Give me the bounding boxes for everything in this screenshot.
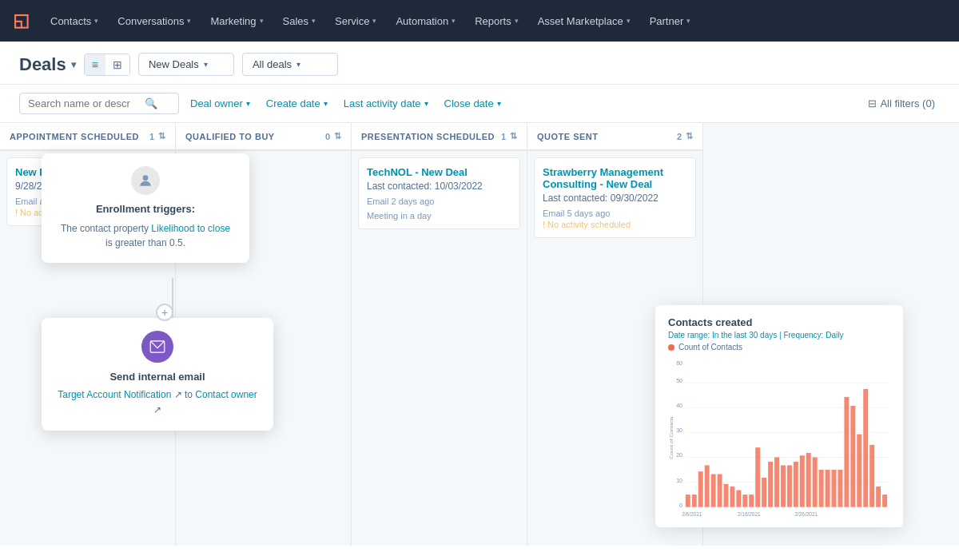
deal-card-3: Strawberry Management Consulting - New D…	[534, 157, 696, 238]
asset-chevron-icon: ▾	[627, 17, 631, 25]
sort-icon-4: ⇅	[686, 131, 694, 141]
svg-text:2/26/2021: 2/26/2021	[794, 510, 818, 516]
svg-rect-39	[838, 470, 842, 507]
svg-text:50: 50	[676, 377, 682, 384]
svg-rect-35	[813, 457, 818, 506]
chart-meta: Date range: In the last 30 days | Freque…	[668, 331, 890, 340]
nav-marketing[interactable]: Marketing ▾	[202, 10, 271, 32]
deals-dropdown-icon: ▾	[71, 59, 76, 70]
sort-icon-2: ⇅	[334, 131, 342, 141]
chart-area: 0 10 20 30 40 50 60	[668, 358, 890, 518]
svg-text:2/6/2021: 2/6/2021	[682, 510, 702, 516]
sort-icon: ⇅	[158, 131, 166, 141]
column-title-presentation: PRESENTATION SCHEDULED	[361, 132, 495, 141]
legend-dot	[668, 344, 674, 351]
chart-svg: 0 10 20 30 40 50 60	[668, 358, 890, 518]
list-view-button[interactable]: ≡	[85, 54, 105, 75]
search-box[interactable]: 🔍	[19, 93, 179, 114]
all-filters-button[interactable]: ⊟ All filters (0)	[863, 94, 940, 113]
svg-rect-23	[736, 490, 741, 507]
column-count-presentation: 1 ⇅	[501, 131, 517, 141]
hubspot-logo: ◱	[13, 10, 30, 31]
deal-owner-filter[interactable]: Deal owner ▾	[185, 94, 255, 113]
svg-rect-15	[686, 494, 690, 507]
chart-title: Contacts created	[668, 316, 890, 328]
deals-title[interactable]: Deals ▾	[19, 54, 76, 75]
svg-rect-28	[768, 462, 773, 507]
svg-rect-25	[749, 494, 754, 507]
svg-rect-43	[863, 389, 868, 507]
svg-text:2/16/2021: 2/16/2021	[738, 510, 761, 516]
add-step-button[interactable]: +	[156, 304, 173, 321]
conversations-chevron-icon: ▾	[187, 17, 191, 25]
chart-legend: Count of Contacts	[668, 343, 890, 351]
svg-rect-31	[787, 465, 792, 506]
nav-sales[interactable]: Sales ▾	[275, 10, 324, 32]
view-toggle: ≡ ⊞	[84, 54, 130, 76]
nav-partner[interactable]: Partner ▾	[642, 10, 699, 32]
svg-text:Count of Contacts: Count of Contacts	[668, 416, 674, 459]
create-date-filter[interactable]: Create date ▾	[261, 94, 332, 113]
contact-owner-link[interactable]: Contact owner	[195, 389, 257, 400]
column-count-quote: 2 ⇅	[677, 131, 693, 141]
likelihood-link[interactable]: Likelihood to close	[151, 223, 230, 234]
last-activity-filter[interactable]: Last activity date ▾	[339, 94, 433, 113]
svg-rect-16	[692, 494, 697, 507]
svg-rect-19	[711, 475, 716, 507]
column-title-scheduled: APPOINTMENT SCHEDULED	[10, 132, 139, 141]
close-date-caret-icon: ▾	[497, 99, 501, 108]
external-link-icon-1: ↗	[174, 389, 182, 400]
deal-activity-2b: Meeting in a day	[367, 211, 511, 220]
nav-contacts[interactable]: Contacts ▾	[42, 10, 106, 32]
svg-rect-33	[800, 455, 805, 506]
grid-view-button[interactable]: ⊞	[105, 54, 129, 75]
sort-icon-3: ⇅	[510, 131, 518, 141]
svg-rect-37	[826, 470, 830, 507]
column-count-qualified: 0 ⇅	[325, 131, 341, 141]
column-title-qualified: QUALIFIED TO BUY	[185, 132, 275, 141]
search-input[interactable]	[28, 97, 140, 109]
svg-rect-27	[762, 478, 766, 507]
svg-text:0: 0	[679, 501, 682, 508]
svg-text:20: 20	[676, 451, 682, 459]
svg-rect-26	[755, 447, 760, 506]
svg-rect-42	[857, 435, 862, 507]
svg-point-0	[143, 175, 149, 181]
external-link-icon-2: ↗	[153, 404, 161, 415]
enrollment-title: Enrollment triggers:	[56, 203, 235, 215]
svg-rect-21	[724, 484, 729, 507]
email-card-title: Send internal email	[56, 371, 259, 383]
last-activity-caret-icon: ▾	[424, 99, 428, 108]
nav-service[interactable]: Service ▾	[327, 10, 384, 32]
column-header-quote: QUOTE SENT 2 ⇅	[527, 123, 702, 151]
svg-rect-46	[882, 494, 887, 507]
column-header-scheduled: APPOINTMENT SCHEDULED 1 ⇅	[0, 123, 175, 151]
sales-chevron-icon: ▾	[312, 17, 316, 25]
legend-label: Count of Contacts	[678, 343, 742, 351]
deal-name-2[interactable]: TechNOL - New Deal	[367, 166, 511, 178]
deal-owner-caret-icon: ▾	[246, 99, 250, 108]
close-date-filter[interactable]: Close date ▾	[440, 94, 506, 113]
email-card-text: Target Account Notification ↗ to Contact…	[56, 387, 259, 418]
enrollment-text: The contact property Likelihood to close…	[56, 221, 235, 250]
pipeline-dropdown[interactable]: New Deals ▾	[138, 53, 234, 76]
deal-warning-3: ! No activity scheduled	[543, 220, 687, 229]
column-presentation: PRESENTATION SCHEDULED 1 ⇅ TechNOL - New…	[352, 123, 527, 546]
svg-rect-44	[869, 445, 874, 507]
svg-text:10: 10	[676, 476, 682, 483]
nav-reports[interactable]: Reports ▾	[467, 10, 527, 32]
svg-rect-18	[705, 465, 710, 506]
nav-conversations[interactable]: Conversations ▾	[109, 10, 199, 32]
target-account-link[interactable]: Target Account Notification	[58, 389, 171, 400]
deal-name-3[interactable]: Strawberry Management Consulting - New D…	[543, 166, 687, 190]
column-header-presentation: PRESENTATION SCHEDULED 1 ⇅	[352, 123, 527, 151]
filter-dropdown[interactable]: All deals ▾	[242, 53, 338, 76]
nav-asset-marketplace[interactable]: Asset Marketplace ▾	[530, 10, 639, 32]
svg-rect-29	[774, 457, 779, 506]
deal-activity-2: Email 2 days ago	[367, 197, 511, 206]
deal-card-2: TechNOL - New Deal Last contacted: 10/03…	[358, 157, 520, 229]
svg-rect-34	[806, 453, 811, 507]
nav-automation[interactable]: Automation ▾	[388, 10, 464, 32]
contacts-chevron-icon: ▾	[94, 17, 98, 25]
svg-rect-38	[832, 470, 837, 507]
